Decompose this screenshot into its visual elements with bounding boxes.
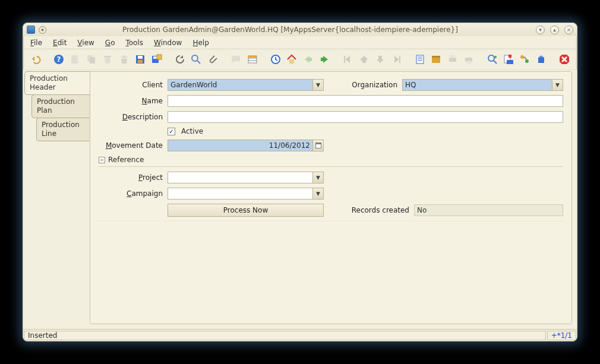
last-icon: [390, 53, 403, 66]
svg-rect-29: [432, 56, 440, 58]
svg-point-12: [192, 55, 198, 61]
minimize-button[interactable]: ▾: [536, 26, 545, 34]
print-icon: [463, 53, 475, 66]
toolbar: ?: [23, 49, 577, 69]
client-value: GardenWorld: [170, 81, 217, 89]
svg-rect-23: [399, 56, 400, 63]
reference-label: Reference: [108, 156, 144, 164]
forward-icon[interactable]: [318, 53, 330, 66]
undo-icon[interactable]: [29, 53, 42, 66]
process-now-button[interactable]: Process Now: [168, 204, 324, 217]
form-panel: Client GardenWorld ▼ Organization HQ ▼ N…: [90, 71, 572, 324]
product-info-icon[interactable]: [535, 53, 547, 66]
reference-section-header[interactable]: − Reference: [99, 156, 563, 167]
refresh-icon[interactable]: [173, 53, 186, 66]
chevron-down-icon[interactable]: ▼: [312, 172, 323, 183]
save-icon[interactable]: [134, 53, 146, 66]
campaign-label: Campaign: [99, 189, 164, 198]
svg-rect-19: [289, 59, 294, 64]
delete-icon: [102, 53, 114, 66]
calendar-icon[interactable]: [312, 140, 323, 151]
movement-date-field[interactable]: 11/06/2012: [168, 140, 324, 151]
menu-edit[interactable]: Edit: [53, 39, 67, 47]
name-label: Name: [99, 97, 164, 105]
close-icon[interactable]: [558, 53, 570, 66]
window-system-icon[interactable]: [27, 26, 35, 34]
project-select[interactable]: ▼: [168, 172, 324, 183]
organization-label: Organization: [345, 81, 399, 89]
svg-line-35: [494, 61, 497, 64]
status-message: Inserted: [24, 331, 546, 340]
menu-help[interactable]: Help: [192, 39, 209, 47]
attachment-icon[interactable]: [206, 53, 219, 66]
svg-rect-7: [138, 56, 143, 59]
delete-selection-icon: [118, 53, 130, 66]
new-icon: [69, 53, 81, 66]
description-label: Description: [99, 113, 164, 121]
svg-point-34: [488, 55, 494, 61]
chevron-down-icon[interactable]: ▼: [312, 188, 323, 199]
menu-go[interactable]: Go: [105, 39, 115, 47]
next-icon: [374, 53, 387, 66]
svg-rect-11: [157, 55, 162, 59]
svg-point-41: [525, 59, 529, 63]
separator: [95, 221, 567, 222]
records-created-label: Records created: [345, 206, 410, 214]
tab-strip: Production Header Production Plan Produc…: [23, 70, 90, 329]
svg-rect-28: [432, 57, 440, 63]
workflow-icon[interactable]: [519, 53, 531, 66]
report-icon[interactable]: [413, 53, 426, 66]
history-icon[interactable]: [269, 53, 282, 66]
collapse-icon[interactable]: −: [99, 157, 105, 163]
chat-icon: [229, 53, 242, 66]
svg-rect-39: [507, 60, 513, 64]
svg-point-36: [494, 56, 497, 58]
active-checkbox[interactable]: ✓: [168, 128, 175, 135]
menu-file[interactable]: File: [30, 39, 42, 47]
home-icon[interactable]: [286, 53, 298, 66]
movement-date-value: 11/06/2012: [269, 141, 310, 150]
title-bar[interactable]: ▾ Production GardenAdmin@GardenWorld.HQ …: [23, 23, 577, 36]
maximize-button[interactable]: ▴: [550, 26, 559, 34]
copy-icon: [85, 53, 97, 66]
active-label: Active: [181, 127, 203, 135]
first-icon: [342, 53, 354, 66]
content-area: Production Header Production Plan Produc…: [23, 69, 577, 329]
save-create-icon[interactable]: [150, 53, 163, 66]
zoom-across-icon[interactable]: [486, 53, 498, 66]
chevron-down-icon[interactable]: ▼: [552, 80, 563, 90]
campaign-select[interactable]: ▼: [168, 188, 324, 200]
description-input[interactable]: [168, 111, 563, 123]
chevron-down-icon[interactable]: ▼: [312, 80, 323, 90]
svg-rect-33: [466, 61, 471, 64]
menu-window[interactable]: Window: [154, 39, 182, 47]
movement-date-label: Movement Date: [99, 141, 164, 150]
svg-rect-30: [449, 58, 456, 62]
find-icon[interactable]: [190, 53, 203, 66]
print-preview-icon: [446, 53, 459, 66]
svg-rect-38: [509, 55, 511, 58]
tab-production-header[interactable]: Production Header: [24, 71, 90, 95]
name-input[interactable]: [168, 95, 563, 107]
archive-icon[interactable]: [430, 53, 443, 66]
svg-rect-22: [344, 56, 345, 63]
organization-select[interactable]: HQ ▼: [402, 79, 563, 91]
svg-rect-20: [309, 58, 312, 61]
tab-production-line[interactable]: Production Line: [36, 118, 90, 141]
window-menu-button[interactable]: ▾: [39, 26, 46, 34]
tab-production-plan[interactable]: Production Plan: [31, 94, 90, 118]
menu-tools[interactable]: Tools: [125, 39, 143, 47]
help-icon[interactable]: ?: [52, 53, 65, 66]
previous-icon: [358, 53, 370, 66]
requests-icon[interactable]: [502, 53, 514, 66]
menu-bar: File Edit View Go Tools Window Help: [23, 36, 577, 49]
close-window-button[interactable]: ×: [564, 26, 573, 34]
client-select[interactable]: GardenWorld ▼: [168, 79, 324, 91]
window-title: Production GardenAdmin@GardenWorld.HQ [M…: [50, 26, 530, 34]
svg-rect-8: [138, 60, 143, 63]
svg-rect-2: [71, 55, 78, 64]
svg-rect-31: [450, 55, 455, 58]
record-pager[interactable]: +*1/1: [547, 331, 576, 340]
menu-view[interactable]: View: [77, 39, 94, 47]
grid-toggle-icon[interactable]: [246, 53, 258, 66]
